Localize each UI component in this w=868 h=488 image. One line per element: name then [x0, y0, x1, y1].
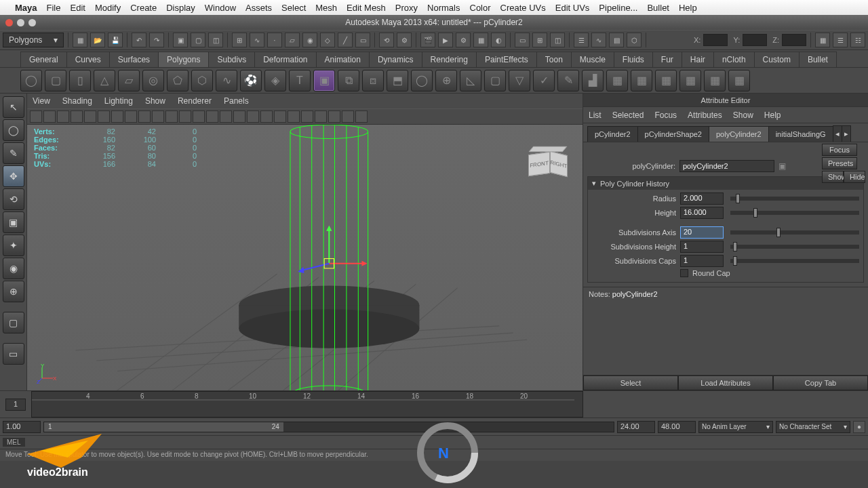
- coord-y-input[interactable]: [743, 34, 767, 46]
- menu-window[interactable]: Window: [205, 3, 236, 13]
- new-scene-icon[interactable]: ▦: [73, 33, 87, 47]
- menu-editmesh[interactable]: Edit Mesh: [347, 3, 386, 13]
- attr-show-button[interactable]: Show: [822, 171, 844, 183]
- attr-menu-list[interactable]: List: [589, 110, 601, 120]
- scale-tool-icon[interactable]: ▣: [3, 211, 24, 233]
- vp-xray-icon[interactable]: [233, 110, 245, 123]
- uv-planar-icon[interactable]: ▦: [606, 70, 628, 92]
- menu-select[interactable]: Select: [281, 3, 306, 13]
- vp-shadows-icon[interactable]: [220, 110, 232, 123]
- poly-cube-icon[interactable]: ▢: [45, 70, 66, 92]
- menu-file[interactable]: File: [47, 3, 61, 13]
- menu-modify[interactable]: Modify: [95, 3, 121, 13]
- vp-field-chart-icon[interactable]: [125, 110, 137, 123]
- attr-menu-attributes[interactable]: Attributes: [688, 110, 722, 120]
- height-field[interactable]: 16.000: [680, 207, 724, 219]
- vp-film-gate-icon[interactable]: [84, 110, 96, 123]
- attr-tab-history[interactable]: polyCylinder2: [709, 126, 769, 142]
- radius-field[interactable]: 2.000: [680, 192, 724, 205]
- attr-menu-help[interactable]: Help: [764, 110, 781, 120]
- auto-key-icon[interactable]: ●: [853, 421, 865, 433]
- range-end-inner-field[interactable]: 24.00: [617, 421, 655, 433]
- anim-layer-dropdown[interactable]: No Anim Layer▾: [698, 421, 773, 433]
- snap-edge-icon[interactable]: ╱: [338, 33, 353, 47]
- character-set-dropdown[interactable]: No Character Set▾: [776, 421, 850, 433]
- hypershade-icon[interactable]: ◐: [491, 33, 506, 47]
- move-tool-icon[interactable]: ✥: [3, 165, 24, 187]
- poly-platonic-icon[interactable]: ◈: [264, 70, 286, 92]
- menu-proxy[interactable]: Proxy: [395, 3, 418, 13]
- tab-curves[interactable]: Curves: [66, 52, 110, 67]
- menu-pipeline[interactable]: Pipeline...: [599, 3, 637, 13]
- vp-isolate-icon[interactable]: [247, 110, 259, 123]
- subdiv-height-slider[interactable]: [730, 245, 859, 249]
- viewport[interactable]: Verts:82420 Edges:1601000 Faces:82600 Tr…: [27, 125, 583, 390]
- vp-gamma-icon[interactable]: [342, 110, 354, 123]
- tab-subdivs[interactable]: Subdivs: [208, 52, 255, 67]
- menu-edituvs[interactable]: Edit UVs: [555, 3, 590, 13]
- attr-select-button[interactable]: Select: [583, 375, 678, 390]
- layout-two-icon[interactable]: ◫: [550, 33, 565, 47]
- sculpt-icon[interactable]: ✎: [557, 70, 579, 92]
- vp-view-transform-icon[interactable]: [355, 110, 368, 123]
- vp-menu-renderer[interactable]: Renderer: [178, 96, 212, 106]
- attr-focus-button[interactable]: Focus: [822, 144, 857, 156]
- tab-hair[interactable]: Hair: [682, 52, 714, 67]
- graph-editor-icon[interactable]: ∿: [591, 33, 606, 47]
- quadrangulate-icon[interactable]: ▢: [484, 70, 506, 92]
- range-slider[interactable]: 124: [43, 422, 614, 432]
- attr-menu-selected[interactable]: Selected: [612, 110, 644, 120]
- tab-painteffects[interactable]: PaintEffects: [476, 52, 537, 67]
- tab-rendering[interactable]: Rendering: [422, 52, 477, 67]
- vp-image-plane-icon[interactable]: [57, 110, 69, 123]
- booleans-icon[interactable]: ⊕: [435, 70, 457, 92]
- uv-auto-icon[interactable]: ▦: [679, 70, 701, 92]
- app-name[interactable]: Maya: [15, 3, 37, 13]
- attr-tab-shape[interactable]: pCylinderShape2: [637, 126, 709, 142]
- attr-presets-button[interactable]: Presets: [822, 157, 857, 169]
- snap-curve-icon[interactable]: ∿: [250, 33, 264, 47]
- select-by-object-icon[interactable]: ▢: [191, 33, 205, 47]
- triangulate-icon[interactable]: ◺: [460, 70, 481, 92]
- subdiv-caps-slider[interactable]: [730, 259, 859, 263]
- menu-mesh[interactable]: Mesh: [315, 3, 337, 13]
- attr-menu-focus[interactable]: Focus: [654, 110, 677, 120]
- layout-single-icon[interactable]: ▭: [515, 33, 530, 47]
- poly-helix-icon[interactable]: ∿: [216, 70, 237, 92]
- vp-antialias-icon[interactable]: [315, 110, 327, 123]
- menu-create[interactable]: Create: [130, 3, 157, 13]
- menu-normals[interactable]: Normals: [427, 3, 460, 13]
- separate-icon[interactable]: ⧈: [362, 70, 384, 92]
- tab-dynamics[interactable]: Dynamics: [369, 52, 422, 67]
- poly-prism-icon[interactable]: ⬠: [167, 70, 189, 92]
- poly-sphere-icon[interactable]: ◯: [20, 70, 42, 92]
- attribute-editor-icon[interactable]: ☷: [850, 33, 865, 47]
- tab-polygons[interactable]: Polygons: [158, 52, 209, 67]
- attr-tab-transform[interactable]: pCylinder2: [587, 126, 638, 142]
- rotate-tool-icon[interactable]: ⟲: [3, 188, 24, 210]
- attr-copytab-button[interactable]: Copy Tab: [773, 375, 868, 390]
- layout-four-icon[interactable]: ⊞: [532, 33, 547, 47]
- lasso-tool-icon[interactable]: ◯: [3, 119, 24, 141]
- uv-spherical-icon[interactable]: ▦: [655, 70, 677, 92]
- construction-history-icon[interactable]: ⚙: [397, 33, 412, 47]
- vp-camera-icon[interactable]: [30, 110, 42, 123]
- single-view-icon[interactable]: ▭: [3, 343, 24, 365]
- tab-custom[interactable]: Custom: [754, 52, 800, 67]
- vp-textured-icon[interactable]: [193, 110, 205, 123]
- save-scene-icon[interactable]: 💾: [108, 33, 123, 47]
- mirror-icon[interactable]: ▟: [582, 70, 604, 92]
- select-tool-icon[interactable]: ↖: [3, 96, 24, 118]
- poly-cylinder-icon[interactable]: ▯: [69, 70, 91, 92]
- range-start-outer-field[interactable]: 1.00: [3, 421, 41, 433]
- tab-fur[interactable]: Fur: [652, 52, 682, 67]
- vp-gate-mask-icon[interactable]: [111, 110, 123, 123]
- last-tool-icon[interactable]: ▢: [3, 312, 24, 333]
- select-by-component-icon[interactable]: ◫: [208, 33, 223, 47]
- coord-x-input[interactable]: [703, 34, 728, 46]
- node-input-icon[interactable]: ▣: [778, 161, 786, 171]
- snap-live-icon[interactable]: ◉: [302, 33, 317, 47]
- menu-createuvs[interactable]: Create UVs: [500, 3, 546, 13]
- poly-cone-icon[interactable]: △: [94, 70, 115, 92]
- menu-bullet[interactable]: Bullet: [647, 3, 669, 13]
